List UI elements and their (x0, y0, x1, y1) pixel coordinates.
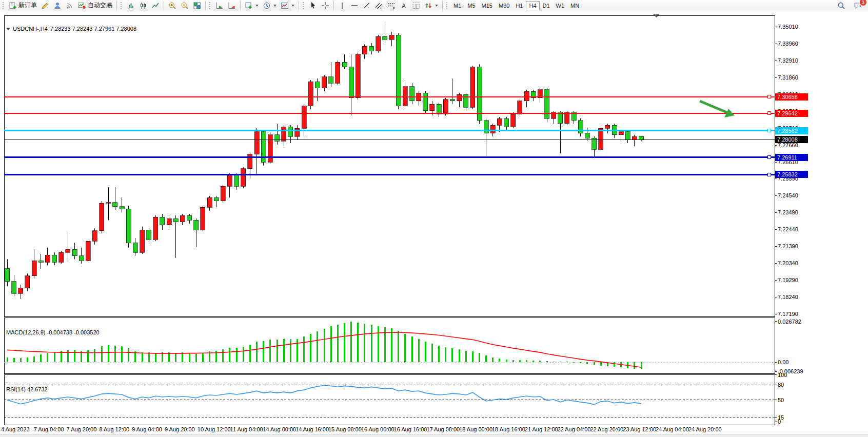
svg-text:9 Aug 04:00: 9 Aug 04:00 (132, 426, 162, 432)
svg-text:14 Aug 16:00: 14 Aug 16:00 (295, 426, 329, 432)
svg-text:7.23490: 7.23490 (778, 209, 798, 215)
search-icon (837, 2, 845, 10)
tile-windows-button[interactable] (191, 1, 203, 11)
arrow-annotation[interactable] (700, 101, 735, 117)
fibonacci-button[interactable]: F (385, 1, 398, 11)
svg-text:7.35010: 7.35010 (778, 24, 798, 30)
crosshair-icon (321, 2, 329, 10)
chart-canvas[interactable]: 7.350107.339607.329107.318607.308107.297… (0, 11, 868, 437)
toolbar-separator (164, 1, 164, 10)
dropdown-arrow[interactable] (273, 5, 277, 7)
signals-icon (66, 2, 74, 10)
hline-handle[interactable] (767, 95, 771, 98)
toolbar-grip (303, 2, 305, 9)
auto-scroll-button[interactable] (213, 1, 226, 11)
label-button[interactable]: T (410, 1, 422, 11)
price-scale[interactable]: 7.350107.339607.329107.318607.308107.297… (775, 24, 798, 317)
timeframe-M30[interactable]: M30 (496, 1, 512, 10)
autotrading-button[interactable]: 自动交易 (76, 1, 114, 11)
equidistant-channel-button[interactable]: E (373, 1, 385, 11)
autotrading-icon (78, 2, 86, 10)
svg-text:11 Aug 04:00: 11 Aug 04:00 (230, 426, 263, 432)
zoom-out-button[interactable] (179, 1, 191, 11)
periods-button[interactable] (261, 1, 279, 11)
timeframe-M15[interactable]: M15 (479, 1, 496, 10)
arrows-button[interactable] (422, 1, 440, 11)
svg-text:7.33960: 7.33960 (778, 41, 798, 47)
toolbar-grip (3, 2, 5, 9)
timeframe-M1[interactable]: M1 (450, 1, 464, 10)
chart-window: 7.350107.339607.329107.318607.308107.297… (0, 11, 868, 437)
timeframe-D1[interactable]: D1 (540, 1, 553, 10)
dropdown-arrow[interactable] (255, 5, 259, 7)
crosshair-button[interactable] (319, 1, 331, 11)
bar-chart-button[interactable] (125, 1, 137, 11)
chart-shift-marker[interactable] (653, 14, 659, 17)
trendline-button[interactable] (361, 1, 373, 11)
timeframe-MN[interactable]: MN (567, 1, 582, 10)
svg-text:16 Aug 16:00: 16 Aug 16:00 (394, 426, 427, 432)
svg-text:7.21390: 7.21390 (778, 243, 798, 249)
toolbar-grip (446, 2, 449, 9)
text-letter: A (402, 2, 406, 9)
svg-text:7 Aug 04:00: 7 Aug 04:00 (34, 426, 64, 432)
svg-text:22 Aug 20:00: 22 Aug 20:00 (590, 426, 623, 432)
svg-text:8 Aug 12:00: 8 Aug 12:00 (99, 426, 129, 432)
hline-handle[interactable] (767, 112, 771, 115)
line-chart-icon (151, 2, 160, 10)
chart-shift-icon (228, 2, 236, 10)
svg-text:7.31860: 7.31860 (778, 74, 798, 81)
candlestick-chart-button[interactable] (137, 1, 149, 11)
timeframe-W1[interactable]: W1 (553, 1, 568, 10)
new-order-button[interactable]: 新订单 (7, 1, 39, 11)
timeframe-H1[interactable]: H1 (512, 1, 526, 10)
cursor-icon (309, 2, 317, 10)
symbol-dropdown-icon[interactable] (6, 28, 10, 30)
fibonacci-icon: F (387, 2, 396, 10)
price-badges: 7.306587.296427.285627.269117.258327.280… (775, 93, 808, 178)
rsi-scale[interactable]: 1008050150 (775, 372, 787, 425)
community-button[interactable] (51, 1, 64, 11)
metaeditor-button[interactable] (39, 1, 51, 11)
main-toolbar: 新订单 自动交易 (0, 0, 868, 11)
svg-text:0: 0 (778, 419, 781, 425)
timeframe-M5[interactable]: M5 (464, 1, 478, 10)
svg-text:24 Aug 20:00: 24 Aug 20:00 (688, 426, 722, 432)
hline-handle[interactable] (767, 156, 771, 159)
svg-text:7.20340: 7.20340 (778, 260, 798, 266)
horizontal-line-button[interactable] (348, 1, 361, 11)
horizontal-line-icon (350, 2, 359, 10)
panel-frames (4, 15, 775, 425)
macd-scale[interactable]: 0.0267820.00-0.006239 (775, 319, 803, 374)
chart-header: USDCNH-,H4 7.28233 7.28243 7.27961 7.280… (6, 26, 136, 32)
new-chart-button[interactable] (243, 1, 261, 11)
cursor-button[interactable] (307, 1, 319, 11)
svg-text:21 Aug 12:00: 21 Aug 12:00 (525, 426, 558, 432)
periods-icon (263, 2, 271, 10)
timeframe-H4[interactable]: H4 (526, 1, 539, 10)
zoom-in-button[interactable] (166, 1, 179, 11)
rsi-layer (4, 385, 775, 418)
signals-button[interactable] (64, 1, 76, 11)
window-bottom-strip (0, 434, 868, 437)
dropdown-arrow[interactable] (435, 5, 438, 7)
svg-text:7.19290: 7.19290 (778, 277, 798, 283)
chart-shift-button[interactable] (226, 1, 238, 11)
dropdown-arrow[interactable] (291, 5, 294, 7)
hline-handle[interactable] (767, 173, 771, 176)
hline-handle[interactable] (767, 129, 771, 132)
toolbar-separator (240, 1, 241, 10)
line-chart-button[interactable] (149, 1, 162, 11)
time-scale[interactable]: 4 Aug 20237 Aug 04:007 Aug 20:008 Aug 12… (1, 426, 722, 432)
svg-text:7.26911: 7.26911 (777, 154, 797, 161)
community-icon (53, 2, 62, 10)
new-chart-icon (245, 2, 253, 10)
vertical-line-button[interactable] (336, 1, 348, 11)
text-icon: A (400, 2, 408, 10)
svg-text:15 Aug 08:00: 15 Aug 08:00 (328, 426, 362, 432)
search-button[interactable] (835, 1, 847, 11)
notifications-button[interactable]: 1 (852, 1, 864, 11)
channel-letter: E (381, 6, 383, 9)
text-button[interactable]: A (398, 1, 410, 11)
templates-button[interactable] (279, 1, 297, 11)
